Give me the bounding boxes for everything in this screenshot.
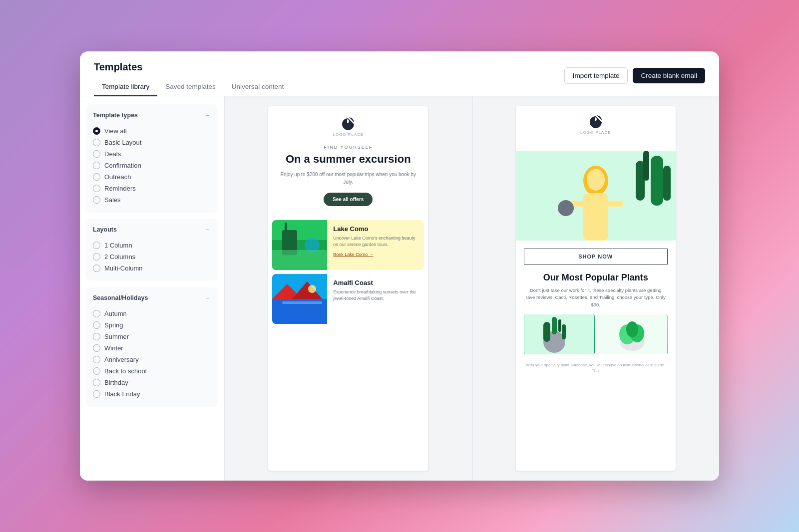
radio-multi-column xyxy=(93,265,100,272)
travel-eyebrow: FIND YOURSELF xyxy=(278,145,418,150)
svg-point-19 xyxy=(587,169,605,191)
svg-rect-18 xyxy=(583,193,608,241)
como-title: Lake Como xyxy=(333,225,418,233)
svg-point-10 xyxy=(308,285,316,293)
plant-img-2-svg xyxy=(597,314,668,354)
radio-winter xyxy=(93,344,100,352)
tab-template-library[interactable]: Template library xyxy=(94,79,157,96)
radio-view-all xyxy=(93,127,100,135)
amalfi-desc: Experience breathtaking sunsets over the… xyxy=(333,289,418,301)
travel-cta-button[interactable]: See all offers xyxy=(324,193,373,206)
filter-summer-label: Summer xyxy=(104,333,129,340)
plants-section-desc: Don't just take our work for it, these s… xyxy=(516,287,676,308)
filter-outreach[interactable]: Outreach xyxy=(93,171,211,183)
filter-anniversary[interactable]: Anniversary xyxy=(93,354,211,365)
radio-summer xyxy=(93,333,100,340)
radio-birthday xyxy=(93,379,100,386)
page-title: Templates xyxy=(94,61,292,73)
filter-reminders[interactable]: Reminders xyxy=(93,183,211,194)
amalfi-title: Amalfi Coast xyxy=(333,279,418,286)
plants-section-title: Our Most Popular Plants xyxy=(516,272,676,283)
radio-2-columns xyxy=(93,253,100,261)
filter-deals-label: Deals xyxy=(104,150,121,158)
como-image xyxy=(272,220,327,270)
collapse-seasonal-icon[interactable]: − xyxy=(203,294,211,302)
layouts-header: Layouts − xyxy=(93,226,211,234)
filter-basic-layout-label: Basic Layout xyxy=(104,139,141,146)
template-panel-2[interactable]: LOGO PLACE xyxy=(472,96,720,481)
filter-black-friday[interactable]: Black Friday xyxy=(93,388,211,400)
filter-birthday-label: Birthday xyxy=(104,379,128,386)
filter-confirmation[interactable]: Confirmation xyxy=(93,160,211,171)
radio-sales xyxy=(93,196,100,204)
create-blank-email-button[interactable]: Create blank email xyxy=(633,68,705,83)
filter-spring-label: Spring xyxy=(104,321,123,329)
radio-outreach xyxy=(93,173,100,181)
destination-amalfi: Amalfi Coast Experience breathtaking sun… xyxy=(272,274,424,324)
filter-sales[interactable]: Sales xyxy=(93,194,211,206)
template-types-title: Template types xyxy=(93,112,138,119)
filter-confirmation-label: Confirmation xyxy=(104,162,141,169)
filter-2-columns[interactable]: 2 Columns xyxy=(93,251,211,263)
travel-hero-title: On a summer excursion xyxy=(278,153,418,166)
plants-logo-text: LOGO PLACE xyxy=(580,130,611,135)
tab-universal-content[interactable]: Universal content xyxy=(224,79,292,96)
como-desc: Uncover Lake Como's enchanting beauty on… xyxy=(333,235,418,248)
filter-outreach-label: Outreach xyxy=(104,173,131,181)
filter-spring[interactable]: Spring xyxy=(93,319,211,331)
radio-deals xyxy=(93,150,100,158)
svg-rect-26 xyxy=(552,317,557,334)
seasonal-title: Seasonal/Holidays xyxy=(93,294,148,301)
app-window: Templates Template library Saved templat… xyxy=(80,51,719,481)
amalfi-illustration xyxy=(272,274,327,324)
svg-rect-25 xyxy=(543,322,550,342)
plant-image-1 xyxy=(524,314,595,354)
radio-autumn xyxy=(93,310,100,317)
template-panel-1[interactable]: LOGO PLACE FIND YOURSELF On a summer exc… xyxy=(225,96,472,481)
filter-summer[interactable]: Summer xyxy=(93,331,211,342)
collapse-layouts-icon[interactable]: − xyxy=(203,226,211,234)
radio-1-column xyxy=(93,242,100,249)
plant-image-2 xyxy=(597,314,668,354)
header: Templates Template library Saved templat… xyxy=(80,51,719,96)
shop-now-button[interactable]: SHOP NOW xyxy=(524,249,668,265)
filter-2-columns-label: 2 Columns xyxy=(104,253,135,261)
import-template-button[interactable]: Import template xyxy=(564,67,628,84)
filter-view-all[interactable]: View all xyxy=(93,125,211,137)
plants-logo-icon xyxy=(586,114,606,130)
filter-reminders-label: Reminders xyxy=(104,185,136,192)
filter-view-all-label: View all xyxy=(104,127,127,135)
plants-grid xyxy=(516,314,676,362)
como-illustration xyxy=(272,220,327,270)
svg-rect-16 xyxy=(643,151,649,181)
layouts-title: Layouts xyxy=(93,226,117,233)
como-content: Lake Como Uncover Lake Como's enchanting… xyxy=(327,220,424,270)
plants-footer-text: With your specialty plant purchase, you … xyxy=(516,362,676,379)
header-right: Import template Create blank email xyxy=(564,67,705,90)
destinations-list: Lake Como Uncover Lake Como's enchanting… xyxy=(268,220,428,336)
travel-hero-subtitle: Enjoy up to $200 off our most popular tr… xyxy=(278,171,418,186)
email-template-travel: LOGO PLACE FIND YOURSELF On a summer exc… xyxy=(268,106,428,471)
filter-deals[interactable]: Deals xyxy=(93,148,211,160)
filter-multi-column[interactable]: Multi-Column xyxy=(93,263,211,274)
radio-basic-layout xyxy=(93,139,100,146)
main-content: LOGO PLACE FIND YOURSELF On a summer exc… xyxy=(225,96,719,481)
radio-back-to-school xyxy=(93,367,100,375)
seasonal-header: Seasonal/Holidays − xyxy=(93,294,211,302)
radio-reminders xyxy=(93,185,100,192)
filter-basic-layout[interactable]: Basic Layout xyxy=(93,137,211,148)
tab-saved-templates[interactable]: Saved templates xyxy=(157,79,224,96)
filter-1-column-label: 1 Column xyxy=(104,242,132,249)
filter-birthday[interactable]: Birthday xyxy=(93,377,211,388)
svg-rect-20 xyxy=(571,201,591,207)
filter-autumn[interactable]: Autumn xyxy=(93,308,211,319)
filter-anniversary-label: Anniversary xyxy=(104,356,139,363)
filter-winter[interactable]: Winter xyxy=(93,342,211,354)
svg-point-33 xyxy=(626,321,638,337)
amalfi-image xyxy=(272,274,327,324)
filter-back-to-school[interactable]: Back to school xyxy=(93,365,211,377)
collapse-template-types-icon[interactable]: − xyxy=(203,111,211,119)
svg-point-21 xyxy=(558,200,574,216)
filter-1-column[interactable]: 1 Column xyxy=(93,240,211,251)
como-link[interactable]: Book Lake Como → xyxy=(333,252,418,257)
